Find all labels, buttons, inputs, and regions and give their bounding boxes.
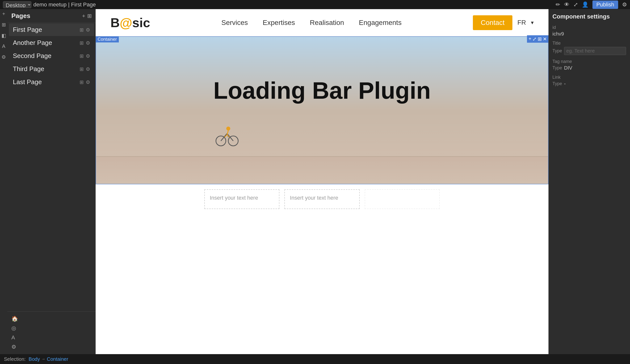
nav-link-realisation[interactable]: Realisation [310, 19, 344, 27]
top-bar: Desktop demo meetup | First Page ✏ 👁 ⤢ 👤… [0, 0, 630, 9]
top-bar-left: Desktop demo meetup | First Page [3, 1, 96, 8]
website-nav-links: Services Expertises Realisation Engageme… [221, 19, 402, 27]
bicycle-figure [215, 124, 240, 149]
preview-icon[interactable]: 👁 [564, 1, 570, 8]
sidebar-add-icon[interactable]: + [82, 13, 85, 19]
page-settings-icon-4[interactable]: ⚙ [86, 66, 90, 72]
settings-row-id: id ichv9 [552, 25, 626, 37]
page-settings-icon-3[interactable]: ⚙ [86, 53, 90, 59]
page-item-first-page[interactable]: First Page ⊞ ⚙ [9, 23, 94, 36]
status-bar: Selection: Body → Container [0, 354, 630, 364]
container-toolbar: + ⤢ ⊞ ✕ [527, 35, 548, 43]
publish-button[interactable]: Publish [592, 0, 618, 9]
content-box-1[interactable]: Insert your text here [204, 189, 280, 209]
page-copy-icon[interactable]: ⊞ [80, 27, 84, 33]
right-panel-title: Component settings [552, 13, 626, 20]
page-item-last-page[interactable]: Last Page ⊞ ⚙ [9, 76, 94, 88]
page-copy-icon-5[interactable]: ⊞ [80, 79, 84, 85]
settings-bottom-icon[interactable]: ⚙ [11, 344, 92, 350]
font-icon[interactable]: A [11, 334, 92, 341]
page-copy-icon-3[interactable]: ⊞ [80, 53, 84, 59]
status-body[interactable]: Body [29, 356, 40, 362]
canvas-area: B@sic Services Expertises Realisation En… [96, 9, 548, 354]
container-label: Container [96, 36, 119, 42]
settings-row-title: Title Type [552, 41, 626, 55]
circle-icon[interactable]: ◎ [11, 325, 92, 332]
status-container[interactable]: Container [47, 356, 68, 362]
svg-line-3 [227, 134, 233, 141]
home-icon[interactable]: 🏠 [11, 316, 92, 322]
page-item-another-page[interactable]: Another Page ⊞ ⚙ [9, 36, 94, 49]
content-box-2-text: Insert your text here [290, 195, 338, 201]
page-list: First Page ⊞ ⚙ Another Page ⊞ ⚙ Second [8, 23, 96, 311]
content-section: Insert your text here Insert your text h… [96, 184, 548, 214]
container-add-icon[interactable]: + [528, 36, 532, 42]
svg-point-6 [226, 127, 230, 131]
device-select[interactable]: Desktop [3, 1, 32, 8]
website-logo: B@sic [110, 15, 150, 30]
sidebar: Pages + ⊞ First Page ⊞ ⚙ Another Page [8, 9, 96, 354]
status-text: Selection: [4, 356, 26, 362]
settings-icon[interactable]: ⚙ [622, 1, 627, 8]
website-nav-right: Contact FR ▾ [473, 15, 534, 30]
gear-icon[interactable]: ⚙ [2, 54, 6, 60]
settings-row-tagname: Tag name Type DIV [552, 59, 626, 71]
page-item-second-page[interactable]: Second Page ⊞ ⚙ [9, 50, 94, 62]
sidebar-header: Pages + ⊞ [8, 9, 96, 23]
hero-title: Loading Bar Plugin [214, 77, 431, 104]
content-box-3[interactable] [365, 189, 440, 209]
left-icon-bar: + ⊞ ◧ A ⚙ [0, 9, 8, 354]
nav-link-engagements[interactable]: Engagements [359, 19, 402, 27]
page-copy-icon-4[interactable]: ⊞ [80, 66, 84, 72]
svg-line-7 [227, 131, 228, 135]
language-select[interactable]: FR [517, 19, 526, 26]
page-settings-icon-5[interactable]: ⚙ [86, 79, 90, 85]
components-icon[interactable]: ◧ [2, 32, 6, 38]
hero-section: Loading Bar Plugin [96, 36, 548, 184]
status-arrow-2: → [41, 357, 45, 361]
expand-icon[interactable]: ⤢ [574, 1, 578, 8]
water-area [96, 157, 548, 184]
content-box-2[interactable]: Insert your text here [284, 189, 360, 209]
contact-button[interactable]: Contact [473, 15, 513, 30]
nav-link-expertises[interactable]: Expertises [262, 19, 295, 27]
text-icon[interactable]: A [2, 43, 5, 49]
settings-row-link: Link Type - [552, 75, 626, 87]
page-settings-icon-2[interactable]: ⚙ [86, 40, 90, 46]
user-icon[interactable]: 👤 [582, 1, 588, 8]
sidebar-title: Pages [11, 12, 30, 20]
page-copy-icon-2[interactable]: ⊞ [80, 40, 84, 46]
main-layout: + ⊞ ◧ A ⚙ Pages + ⊞ First Page ⊞ ⚙ [0, 9, 630, 354]
pen-icon[interactable]: ✏ [556, 1, 560, 8]
container-duplicate-icon[interactable]: ⊞ [538, 36, 542, 42]
website-preview: B@sic Services Expertises Realisation En… [96, 9, 548, 354]
container-move-icon[interactable]: ⤢ [532, 36, 536, 42]
layers-icon[interactable]: ⊞ [2, 22, 6, 28]
top-bar-right: ✏ 👁 ⤢ 👤 Publish ⚙ [556, 0, 627, 9]
logo-text: B@sic [110, 15, 150, 30]
content-box-1-text: Insert your text here [210, 195, 258, 201]
website-nav: B@sic Services Expertises Realisation En… [96, 9, 548, 36]
right-panel: Component settings id ichv9 Title Type T… [548, 9, 630, 354]
page-item-third-page[interactable]: Third Page ⊞ ⚙ [9, 63, 94, 75]
nav-link-services[interactable]: Services [221, 19, 248, 27]
container-delete-icon[interactable]: ✕ [543, 36, 547, 42]
svg-line-4 [221, 134, 227, 141]
breadcrumb: demo meetup | First Page [33, 1, 96, 8]
title-input[interactable] [564, 47, 626, 55]
add-icon[interactable]: + [2, 11, 5, 17]
sidebar-header-icons: + ⊞ [82, 13, 92, 19]
lang-chevron-icon[interactable]: ▾ [531, 19, 534, 26]
page-settings-icon[interactable]: ⚙ [86, 27, 90, 33]
sidebar-grid-icon[interactable]: ⊞ [87, 13, 92, 19]
sidebar-bottom: 🏠 ◎ A ⚙ [8, 311, 96, 354]
